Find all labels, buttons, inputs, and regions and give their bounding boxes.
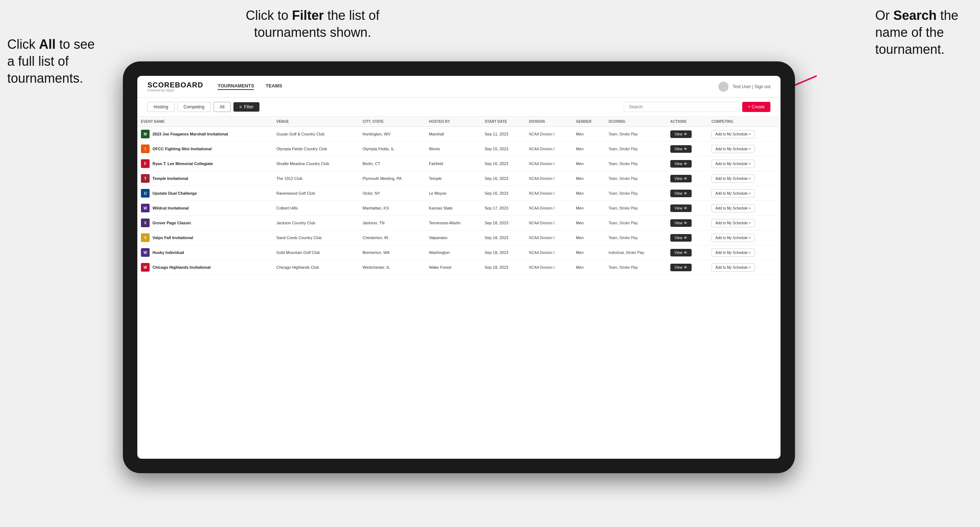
annotation-left: Click All to seea full list oftournament… xyxy=(7,36,95,87)
cell-date-3: Sep 16, 2023 xyxy=(481,171,525,186)
cell-event-3: T Temple Invitational xyxy=(137,171,273,186)
search-input[interactable] xyxy=(624,102,739,112)
cell-gender-4: Men xyxy=(573,186,605,201)
cell-date-0: Sep 11, 2023 xyxy=(481,127,525,141)
view-button-0[interactable]: View 👁 xyxy=(670,130,692,138)
view-button-9[interactable]: View 👁 xyxy=(670,264,692,271)
cell-hosted-6: Tennessee-Martin xyxy=(425,216,481,230)
col-competing: COMPETING xyxy=(708,117,781,127)
cell-hosted-5: Kansas State xyxy=(425,201,481,216)
cell-venue-0: Guyan Golf & Country Club xyxy=(273,127,359,141)
view-button-5[interactable]: View 👁 xyxy=(670,205,692,212)
tab-hosting[interactable]: Hosting xyxy=(148,102,175,112)
cell-hosted-3: Temple xyxy=(425,171,481,186)
cell-hosted-1: Illinois xyxy=(425,141,481,156)
view-button-4[interactable]: View 👁 xyxy=(670,190,692,197)
cell-division-4: NCAA Division I xyxy=(525,186,573,201)
cell-actions-6: View 👁 xyxy=(667,216,708,230)
eye-icon-2: 👁 xyxy=(684,162,687,166)
add-schedule-button-9[interactable]: Add to My Schedule + xyxy=(711,264,755,271)
cell-event-0: M 2023 Joe Feaganes Marshall Invitationa… xyxy=(137,127,273,141)
cell-city-1: Olympia Fields, IL xyxy=(359,141,425,156)
add-schedule-button-6[interactable]: Add to My Schedule + xyxy=(711,219,755,227)
team-logo-2: F xyxy=(141,159,150,168)
cell-scoring-6: Team, Stroke Play xyxy=(605,216,667,230)
cell-event-4: U Upstate Dual Challenge xyxy=(137,186,273,201)
col-division: DIVISION xyxy=(525,117,573,127)
cell-city-3: Plymouth Meeting, PA xyxy=(359,171,425,186)
add-schedule-button-7[interactable]: Add to My Schedule + xyxy=(711,234,755,242)
event-name-7: Valpo Fall Invitational xyxy=(153,235,193,240)
table-row: V Grover Page Classic Jackson Country Cl… xyxy=(137,216,781,230)
col-scoring: SCORING xyxy=(605,117,667,127)
table-row: M 2023 Joe Feaganes Marshall Invitationa… xyxy=(137,127,781,141)
eye-icon-7: 👁 xyxy=(684,236,687,240)
cell-venue-6: Jackson Country Club xyxy=(273,216,359,230)
eye-icon-5: 👁 xyxy=(684,206,687,210)
cell-scoring-2: Team, Stroke Play xyxy=(605,156,667,171)
cell-division-1: NCAA Division I xyxy=(525,141,573,156)
tournaments-table: EVENT NAME VENUE CITY, STATE HOSTED BY S… xyxy=(137,117,781,275)
event-name-1: OFCC Fighting Illini Invitational xyxy=(153,147,212,151)
cell-competing-3: Add to My Schedule + xyxy=(708,171,781,186)
cell-actions-3: View 👁 xyxy=(667,171,708,186)
view-button-3[interactable]: View 👁 xyxy=(670,175,692,183)
add-schedule-button-5[interactable]: Add to My Schedule + xyxy=(711,204,755,213)
view-button-1[interactable]: View 👁 xyxy=(670,145,692,153)
cell-gender-0: Men xyxy=(573,127,605,141)
user-info: Test User | Sign out xyxy=(733,84,771,89)
annotation-top-center: Click to Filter the list oftournaments s… xyxy=(246,7,379,41)
view-button-2[interactable]: View 👁 xyxy=(670,160,692,168)
cell-division-5: NCAA Division I xyxy=(525,201,573,216)
cell-date-5: Sep 17, 2023 xyxy=(481,201,525,216)
tab-all[interactable]: All xyxy=(213,102,231,112)
add-schedule-button-0[interactable]: Add to My Schedule + xyxy=(711,130,755,138)
add-schedule-button-3[interactable]: Add to My Schedule + xyxy=(711,175,755,183)
tournaments-table-container: EVENT NAME VENUE CITY, STATE HOSTED BY S… xyxy=(137,117,781,459)
table-row: W Husky Individual Gold Mountain Golf Cl… xyxy=(137,245,781,260)
col-event-name: EVENT NAME xyxy=(137,117,273,127)
filter-button[interactable]: ≡ Filter xyxy=(234,102,259,112)
view-button-6[interactable]: View 👁 xyxy=(670,219,692,227)
cell-competing-0: Add to My Schedule + xyxy=(708,127,781,141)
cell-gender-3: Men xyxy=(573,171,605,186)
team-logo-8: W xyxy=(141,248,150,257)
tab-competing[interactable]: Competing xyxy=(177,102,211,112)
logo-subtitle: Powered by clippd xyxy=(148,89,203,92)
nav-link-teams[interactable]: TEAMS xyxy=(266,83,282,90)
add-schedule-button-4[interactable]: Add to My Schedule + xyxy=(711,189,755,198)
event-name-8: Husky Individual xyxy=(153,250,184,255)
cell-actions-4: View 👁 xyxy=(667,186,708,201)
add-schedule-button-1[interactable]: Add to My Schedule + xyxy=(711,145,755,153)
cell-division-0: NCAA Division I xyxy=(525,127,573,141)
cell-scoring-7: Team, Stroke Play xyxy=(605,230,667,245)
cell-actions-7: View 👁 xyxy=(667,230,708,245)
logo-title: SCOREBOARD xyxy=(148,81,203,89)
nav-right: Test User | Sign out xyxy=(718,82,771,92)
cell-competing-6: Add to My Schedule + xyxy=(708,216,781,230)
cell-venue-1: Olympia Fields Country Club xyxy=(273,141,359,156)
cell-hosted-9: Wake Forest xyxy=(425,260,481,275)
cell-date-6: Sep 18, 2023 xyxy=(481,216,525,230)
cell-competing-7: Add to My Schedule + xyxy=(708,230,781,245)
cell-city-5: Manhattan, KS xyxy=(359,201,425,216)
view-button-7[interactable]: View 👁 xyxy=(670,234,692,242)
add-schedule-button-2[interactable]: Add to My Schedule + xyxy=(711,160,755,168)
cell-date-2: Sep 16, 2023 xyxy=(481,156,525,171)
cell-hosted-4: Le Moyne xyxy=(425,186,481,201)
add-schedule-button-8[interactable]: Add to My Schedule + xyxy=(711,249,755,257)
view-button-8[interactable]: View 👁 xyxy=(670,249,692,256)
cell-gender-1: Men xyxy=(573,141,605,156)
create-button[interactable]: + Create xyxy=(742,102,770,112)
eye-icon-1: 👁 xyxy=(684,147,687,151)
filter-label: Filter xyxy=(244,105,254,110)
cell-event-9: W Chicago Highlands Invitational xyxy=(137,260,273,275)
eye-icon-4: 👁 xyxy=(684,191,687,195)
cell-date-9: Sep 18, 2023 xyxy=(481,260,525,275)
col-actions: ACTIONS xyxy=(667,117,708,127)
cell-competing-2: Add to My Schedule + xyxy=(708,156,781,171)
cell-city-6: Jackson, TN xyxy=(359,216,425,230)
cell-date-7: Sep 18, 2023 xyxy=(481,230,525,245)
cell-competing-5: Add to My Schedule + xyxy=(708,201,781,216)
nav-link-tournaments[interactable]: TOURNAMENTS xyxy=(218,83,254,90)
